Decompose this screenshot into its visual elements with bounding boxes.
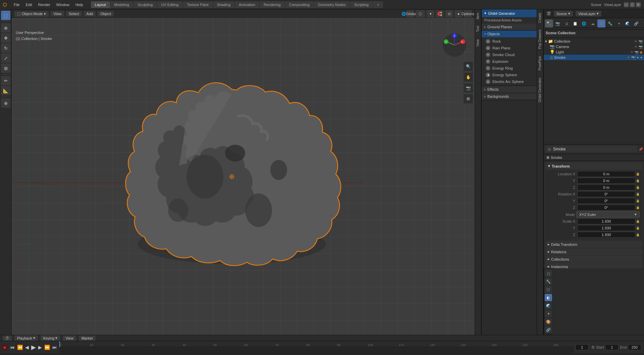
next-frame-button[interactable]: ▶ <box>38 344 43 351</box>
view-layer-selector[interactable]: ViewLayer▾ <box>576 11 601 16</box>
scale-y-lock[interactable]: 🔒 <box>636 226 640 230</box>
current-frame-display[interactable]: 1 <box>575 344 589 350</box>
rotation-z-lock[interactable]: 🔒 <box>636 206 640 209</box>
light-eye-icon[interactable]: 👁 <box>630 50 634 54</box>
tab-shading[interactable]: Shading <box>213 1 234 8</box>
prop-icon-scene-obj[interactable]: 🔦 <box>545 19 553 28</box>
menu-render[interactable]: Render <box>36 2 53 7</box>
tab-rendering[interactable]: Rendering <box>260 1 285 8</box>
prop-icon-constraints[interactable]: 🔗 <box>632 19 640 28</box>
light-render-icon[interactable]: 📷 <box>635 50 639 54</box>
tab-compositing[interactable]: Compositing <box>285 1 314 8</box>
collection-eye-icon[interactable]: 👁 <box>634 40 638 43</box>
options-button[interactable]: Options <box>464 10 472 17</box>
vr-camera-icon[interactable]: 📷 <box>464 83 473 93</box>
outliner-camera[interactable]: 📷 Camera 👁 📷 <box>544 44 644 49</box>
prop-icon-data[interactable]: ▽ <box>641 19 644 28</box>
tab-sculpting[interactable]: Sculpting <box>133 1 157 8</box>
tab-posepipe[interactable]: PosePipe <box>537 53 543 74</box>
location-z-lock[interactable]: 🔒 <box>636 186 640 189</box>
scale-y-field[interactable]: 1.930 <box>577 225 635 231</box>
tab-animation[interactable]: Animation <box>235 1 259 8</box>
prop-right-icon-8[interactable]: 🔗 <box>545 326 552 334</box>
tab-create[interactable]: Create <box>537 9 543 26</box>
play-button[interactable]: ▶ <box>31 343 37 352</box>
object-explosion[interactable]: ✦ Explosion <box>483 58 535 65</box>
delta-transform-header[interactable]: ▸ Delta Transform <box>545 241 643 248</box>
prop-icon-object[interactable]: ◻ <box>597 19 605 28</box>
viewport-canvas[interactable]: X Y Z User Perspective (1) Collection | <box>12 18 475 335</box>
tab-geometry-nodes[interactable]: Geometry Nodes <box>314 1 350 8</box>
rotation-z-field[interactable]: 0° <box>577 205 635 211</box>
location-x-field[interactable]: 0 m <box>577 171 635 177</box>
navigation-gizmo[interactable]: X Y Z <box>441 32 468 58</box>
outliner-smoke[interactable]: ◎ Smoke 👁 📷 ✦ ✦ <box>544 55 644 60</box>
prev-frame-button[interactable]: ◀ <box>24 344 30 351</box>
scale-x-lock[interactable]: 🔒 <box>636 220 640 223</box>
timeline-icon[interactable]: ⏱ <box>3 336 12 341</box>
toolbar-select[interactable]: ⬚ <box>1 11 10 20</box>
menu-window[interactable]: Window <box>54 2 72 7</box>
viewport-area[interactable]: ⬚ Object Mode ▾ View Select Add Object 🌐… <box>12 9 475 335</box>
prop-icon-particle[interactable]: ✦ <box>615 19 623 28</box>
vr-hand-icon[interactable]: ✋ <box>464 73 473 82</box>
end-frame-field[interactable]: 250 <box>628 344 641 350</box>
smoke-render-icon[interactable]: 📷 <box>631 56 635 59</box>
tab-texture-paint[interactable]: Texture Paint <box>183 1 212 8</box>
tab-ghibli-generator[interactable]: Ghibli Generator <box>537 74 543 106</box>
object-energy-sphere[interactable]: ◑ Energy Sphere <box>483 72 535 78</box>
prop-right-icon-2[interactable]: 🔧 <box>545 278 552 285</box>
toolbar-rotate[interactable]: ↻ <box>1 43 10 53</box>
record-button[interactable]: ⏺ <box>1 344 8 351</box>
toolbar-move[interactable]: ✥ <box>1 33 10 43</box>
outliner-light[interactable]: 💡 Light 👁 📷 ◉ <box>544 49 644 55</box>
props-pin-icon[interactable]: 📌 <box>639 147 643 151</box>
transform-header[interactable]: ▾ Transform <box>545 163 642 170</box>
ghibli-header[interactable]: ▾ Ghibli Generator <box>482 9 537 17</box>
scale-z-field[interactable]: 1.930 <box>577 232 635 238</box>
maximize-button[interactable]: □ <box>630 2 635 7</box>
jump-start-button[interactable]: ⏮ <box>9 344 15 351</box>
tab-layout[interactable]: Layout <box>91 1 110 8</box>
timeline-view-button[interactable]: View <box>63 336 76 341</box>
location-x-lock[interactable]: 🔒 <box>636 172 640 176</box>
start-frame-field[interactable]: 1 <box>605 344 619 350</box>
prop-icon-modifier[interactable]: 🔧 <box>606 19 614 28</box>
toolbar-transform[interactable]: ⊞ <box>1 63 10 73</box>
minimize-button[interactable]: — <box>624 2 629 7</box>
prop-right-icon-7[interactable]: 🎨 <box>545 318 552 325</box>
global-button[interactable]: 🌐 Global▾ <box>406 10 414 17</box>
prop-icon-view[interactable]: 📋 <box>571 19 579 28</box>
prop-icon-scene2[interactable]: 🌐 <box>580 19 588 28</box>
menu-file[interactable]: File <box>11 2 22 7</box>
effects-header[interactable]: ▸ Effects <box>482 86 537 93</box>
object-rock[interactable]: ◎ Rock <box>483 38 535 45</box>
rotation-x-field[interactable]: 0° <box>577 191 635 197</box>
snap-button[interactable]: 🧲 <box>436 10 444 17</box>
instancing-header[interactable]: ▸ Instancing <box>545 263 643 268</box>
tab-uv-editing[interactable]: UV Editing <box>157 1 182 8</box>
rotation-mode-dropdown[interactable]: XYZ Euler ▾ <box>576 211 640 218</box>
close-button[interactable]: ✕ <box>636 2 641 7</box>
tab-scripting[interactable]: Scripting <box>350 1 373 8</box>
toolbar-add[interactable]: ⊕ <box>1 98 10 108</box>
prop-icon-render[interactable]: 📷 <box>554 19 562 28</box>
prop-right-icon-1[interactable]: ◻ <box>545 270 552 277</box>
blender-logo[interactable]: ⬡ <box>0 0 9 9</box>
collections-header[interactable]: ▸ Collections <box>545 256 643 263</box>
location-y-field[interactable]: 0 m <box>577 178 635 184</box>
rotation-x-lock[interactable]: 🔒 <box>636 192 640 196</box>
tab-pop-drawers[interactable]: Pop Drawers <box>537 26 543 53</box>
toolbar-scale[interactable]: ⤢ <box>1 53 10 63</box>
toolbar-measure[interactable]: 📐 <box>1 86 10 95</box>
toolbar-annotate[interactable]: ✏ <box>1 76 10 85</box>
object-energy-ring[interactable]: ⊙ Energy Ring <box>483 65 535 72</box>
tab-view[interactable]: View <box>475 36 481 50</box>
prop-icon-physics[interactable]: 🌊 <box>624 19 632 28</box>
object-mode-button[interactable]: ⬚ Object Mode ▾ <box>14 11 49 17</box>
location-y-lock[interactable]: 🔒 <box>636 179 640 182</box>
jump-end-button[interactable]: ⏭ <box>52 344 58 351</box>
prop-icon-world[interactable]: ☁ <box>589 19 597 28</box>
object-rain-plane[interactable]: ◎ Rain Plane <box>483 45 535 51</box>
prop-icon-output[interactable]: 🖨 <box>562 19 571 28</box>
